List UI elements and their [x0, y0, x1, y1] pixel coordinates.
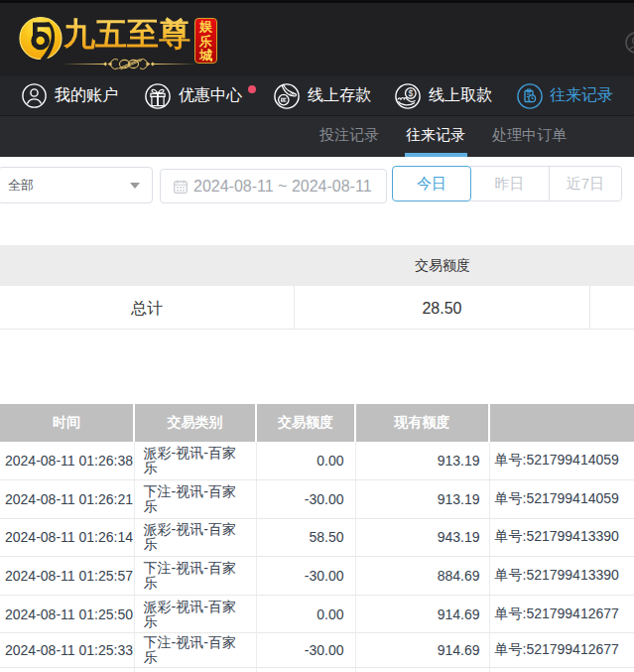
svg-text:$: $ [409, 88, 414, 98]
